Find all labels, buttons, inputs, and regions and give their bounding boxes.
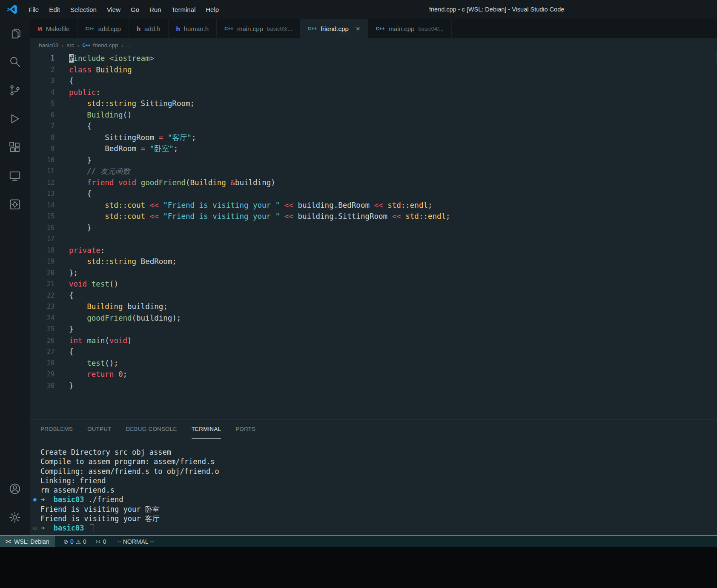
code-line[interactable]: 25} <box>30 324 717 335</box>
tab-human.h[interactable]: hhuman.h <box>169 19 217 38</box>
line-number[interactable]: 4 <box>30 87 54 98</box>
code-line[interactable]: 22{ <box>30 290 717 301</box>
line-number[interactable]: 15 <box>30 211 54 222</box>
custom-editors-icon[interactable] <box>4 193 26 215</box>
code-line[interactable]: 15 std::cout << "Friend is visiting your… <box>30 211 717 222</box>
code-line[interactable]: 11 // 友元函数 <box>30 166 717 177</box>
menu-run[interactable]: Run <box>144 0 166 19</box>
code-line[interactable]: 3{ <box>30 75 717 87</box>
code-line[interactable]: 6 Building() <box>30 109 717 121</box>
code-line[interactable]: 12 friend void goodFriend(Building &buil… <box>30 177 717 189</box>
code-line[interactable]: 18private: <box>30 245 717 256</box>
menu-help[interactable]: Help <box>201 0 224 19</box>
line-number[interactable]: 8 <box>30 132 54 143</box>
code-line[interactable]: 1#include <iostream> <box>30 53 717 64</box>
problems-status[interactable]: ⊘ 0 ⚠ 0 <box>63 538 86 545</box>
run-debug-icon[interactable] <box>4 108 26 130</box>
line-number[interactable]: 28 <box>30 358 54 369</box>
code-line[interactable]: 21void test() <box>30 278 717 290</box>
code-line[interactable]: 19 std::string BedRoom; <box>30 256 717 267</box>
line-number[interactable]: 14 <box>30 200 54 211</box>
line-number[interactable]: 7 <box>30 120 54 132</box>
line-number[interactable]: 3 <box>30 75 54 87</box>
tab-friend.cpp[interactable]: C++friend.cpp× <box>300 19 368 38</box>
line-number[interactable]: 13 <box>30 188 54 200</box>
code-line[interactable]: 14 std::cout << "Friend is visiting your… <box>30 200 717 211</box>
line-number[interactable]: 10 <box>30 155 54 166</box>
menu-edit[interactable]: Edit <box>44 0 65 19</box>
line-number[interactable]: 22 <box>30 290 54 301</box>
line-number[interactable]: 20 <box>30 267 54 279</box>
breadcrumb-item[interactable]: basic03 <box>39 42 59 49</box>
line-number[interactable]: 21 <box>30 278 54 290</box>
menu-go[interactable]: Go <box>126 0 144 19</box>
line-number[interactable]: 17 <box>30 233 54 245</box>
panel-tab-ports[interactable]: PORTS <box>235 420 255 439</box>
tab-add.h[interactable]: hadd.h <box>129 19 169 38</box>
tab-main.cpp[interactable]: C++main.cppbasic03/... <box>217 19 300 38</box>
code-line[interactable]: 29 return 0; <box>30 369 717 380</box>
tab-add.cpp[interactable]: C++add.cpp <box>78 19 129 38</box>
line-number[interactable]: 16 <box>30 222 54 234</box>
code-line[interactable]: 16 } <box>30 222 717 234</box>
code-line[interactable]: 23 Building building; <box>30 301 717 313</box>
breadcrumb-item[interactable]: src <box>67 42 75 49</box>
code-line[interactable]: 9 BedRoom = "卧室"; <box>30 143 717 155</box>
panel-tab-debug-console[interactable]: DEBUG CONSOLE <box>126 420 177 439</box>
code-line[interactable]: 10 } <box>30 155 717 166</box>
line-number[interactable]: 9 <box>30 143 54 155</box>
line-number[interactable]: 25 <box>30 324 54 335</box>
close-tab-icon[interactable]: × <box>356 25 360 32</box>
code-line[interactable]: 30} <box>30 380 717 392</box>
line-number[interactable]: 26 <box>30 335 54 347</box>
line-number[interactable]: 23 <box>30 301 54 313</box>
code-line[interactable]: 5 std::string SittingRoom; <box>30 98 717 109</box>
code-line[interactable]: 8 SittingRoom = "客厅"; <box>30 132 717 143</box>
code-line[interactable]: 24 goodFriend(building); <box>30 313 717 324</box>
line-number[interactable]: 2 <box>30 64 54 76</box>
extensions-icon[interactable] <box>4 136 26 158</box>
code-line[interactable]: 28 test(); <box>30 358 717 369</box>
line-number[interactable]: 18 <box>30 245 54 256</box>
breadcrumb-item[interactable]: friend.cpp <box>93 42 118 49</box>
code-editor[interactable]: 1#include <iostream>2class Building3{4pu… <box>30 52 717 419</box>
code-line[interactable]: 4public: <box>30 87 717 98</box>
line-number[interactable]: 1 <box>30 53 54 64</box>
line-number[interactable]: 12 <box>30 177 54 189</box>
search-icon[interactable] <box>4 51 26 73</box>
code-line[interactable]: 2class Building <box>30 64 717 76</box>
code-text: std::cout << "Friend is visiting your " … <box>54 211 450 222</box>
line-number[interactable]: 24 <box>30 313 54 324</box>
explorer-icon[interactable] <box>4 22 26 44</box>
line-number[interactable]: 5 <box>30 98 54 109</box>
menu-terminal[interactable]: Terminal <box>166 0 201 19</box>
menu-file[interactable]: File <box>23 0 44 19</box>
code-line[interactable]: 27{ <box>30 346 717 358</box>
remote-explorer-icon[interactable] <box>4 165 26 187</box>
tab-main.cpp[interactable]: C++main.cppbasic04/... <box>368 19 452 38</box>
remote-indicator[interactable]: >< WSL: Debian <box>0 536 55 547</box>
settings-icon[interactable] <box>4 506 26 528</box>
line-number[interactable]: 27 <box>30 346 54 358</box>
accounts-icon[interactable] <box>4 478 26 500</box>
code-line[interactable]: 13 { <box>30 188 717 200</box>
breadcrumb-item[interactable]: ... <box>126 42 131 49</box>
line-number[interactable]: 11 <box>30 166 54 177</box>
line-number[interactable]: 19 <box>30 256 54 267</box>
ports-status[interactable]: 0 <box>95 538 106 545</box>
panel-tab-terminal[interactable]: TERMINAL <box>192 420 221 439</box>
line-number[interactable]: 30 <box>30 380 54 392</box>
code-line[interactable]: 17 <box>30 233 717 245</box>
line-number[interactable]: 29 <box>30 369 54 380</box>
tab-makefile[interactable]: MMakefile <box>30 19 78 38</box>
panel-tab-output[interactable]: OUTPUT <box>87 420 111 439</box>
terminal[interactable]: Create Directory src obj assemCompile to… <box>30 439 717 535</box>
panel-tab-problems[interactable]: PROBLEMS <box>40 420 73 439</box>
code-line[interactable]: 7 { <box>30 120 717 132</box>
source-control-icon[interactable] <box>4 79 26 101</box>
menu-selection[interactable]: Selection <box>65 0 102 19</box>
code-line[interactable]: 20}; <box>30 267 717 279</box>
line-number[interactable]: 6 <box>30 109 54 121</box>
code-line[interactable]: 26int main(void) <box>30 335 717 347</box>
menu-view[interactable]: View <box>102 0 126 19</box>
